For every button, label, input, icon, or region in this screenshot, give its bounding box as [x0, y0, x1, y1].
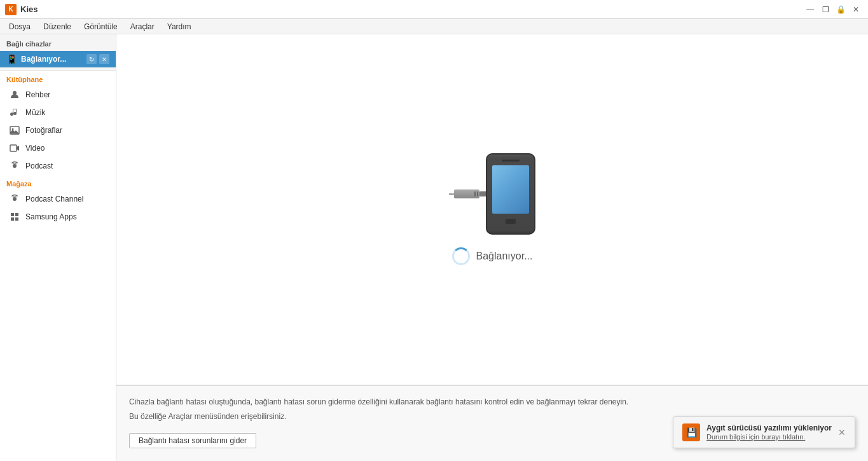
- title-bar: K Kies — ❐ 🔒 ✕: [0, 0, 868, 19]
- content-main: Bağlanıyor...: [116, 34, 868, 385]
- loading-spinner: [452, 247, 470, 265]
- device-close-button[interactable]: ✕: [99, 54, 109, 64]
- menu-araclar[interactable]: Araçlar: [124, 21, 161, 32]
- restore-button[interactable]: ❐: [818, 3, 832, 17]
- sidebar-item-video[interactable]: Video: [0, 139, 116, 157]
- contact-icon: [9, 89, 20, 100]
- toast-close-button[interactable]: ✕: [838, 427, 846, 437]
- podcast-icon: [9, 160, 20, 172]
- store-section-title: Mağaza: [0, 175, 116, 190]
- fotograflar-label: Fotoğraflar: [25, 126, 62, 135]
- sidebar-item-samsung-apps[interactable]: Samsung Apps: [0, 208, 116, 226]
- svg-point-5: [13, 197, 17, 201]
- usb-connector: [449, 189, 487, 198]
- sidebar-item-fotograflar[interactable]: Fotoğraflar: [0, 121, 116, 139]
- muzik-label: Müzik: [25, 108, 45, 117]
- toast-notification[interactable]: 💾 Aygıt sürücüsü yazılımı yükleniyor Dur…: [673, 416, 855, 448]
- music-icon: [9, 107, 20, 118]
- menu-duzenle[interactable]: Düzenle: [37, 21, 78, 32]
- close-button[interactable]: ✕: [849, 3, 863, 17]
- connecting-text: Bağlanıyor...: [476, 251, 533, 262]
- video-label: Video: [25, 144, 45, 153]
- svg-rect-3: [10, 145, 17, 151]
- photo-icon: [9, 125, 20, 136]
- connecting-status: Bağlanıyor...: [452, 247, 533, 265]
- main-layout: Bağlı cihazlar 📱 Bağlanıyor... ↻ ✕ Kütüp…: [0, 34, 868, 461]
- rehber-label: Rehber: [25, 90, 50, 99]
- toast-text: Aygıt sürücüsü yazılımı yükleniyor Durum…: [706, 423, 832, 441]
- window-controls: — ❐ 🔒 ✕: [803, 3, 863, 17]
- connected-devices-section: Bağlı cihazlar 📱 Bağlanıyor... ↻ ✕: [0, 34, 116, 71]
- apps-icon: [9, 211, 20, 223]
- video-icon: [9, 142, 20, 154]
- menu-yardim[interactable]: Yardım: [161, 21, 198, 32]
- sidebar: Bağlı cihazlar 📱 Bağlanıyor... ↻ ✕ Kütüp…: [0, 34, 116, 461]
- menu-bar: Dosya Düzenle Görüntüle Araçlar Yardım: [0, 19, 868, 34]
- info-line1: Cihazla bağlantı hatası oluştuğunda, bağ…: [129, 396, 855, 408]
- sidebar-item-podcast-channel[interactable]: Podcast Channel: [0, 190, 116, 208]
- lock-button[interactable]: 🔒: [834, 3, 848, 17]
- connecting-visual: [449, 153, 535, 235]
- sidebar-item-podcast[interactable]: Podcast: [0, 157, 116, 175]
- sidebar-item-muzik[interactable]: Müzik: [0, 104, 116, 121]
- device-item[interactable]: 📱 Bağlanıyor... ↻ ✕: [0, 51, 116, 67]
- fix-connection-button[interactable]: Bağlantı hatası sorunlarını gider: [129, 433, 256, 448]
- toast-subtitle[interactable]: Durum bilgisi için burayı tıklatın.: [706, 433, 805, 441]
- toast-icon: 💾: [682, 423, 700, 441]
- phone-icon: 📱: [6, 54, 17, 64]
- svg-point-4: [13, 164, 17, 168]
- podcast-label: Podcast: [25, 162, 53, 170]
- menu-goruntule[interactable]: Görüntüle: [78, 21, 124, 32]
- sidebar-item-rehber[interactable]: Rehber: [0, 86, 116, 104]
- connected-section-title: Bağlı cihazlar: [0, 37, 116, 51]
- title-bar-left: K Kies: [5, 4, 38, 15]
- podcast-channel-label: Podcast Channel: [25, 195, 83, 203]
- app-title: Kies: [20, 4, 38, 14]
- app-logo: K: [5, 4, 17, 15]
- toast-title: Aygıt sürücüsü yazılımı yükleniyor: [706, 423, 832, 432]
- device-label: Bağlanıyor...: [21, 55, 83, 64]
- samsung-apps-label: Samsung Apps: [25, 212, 77, 221]
- device-actions: ↻ ✕: [86, 54, 109, 64]
- device-refresh-button[interactable]: ↻: [86, 54, 97, 64]
- podcast-channel-icon: [9, 193, 20, 205]
- menu-dosya[interactable]: Dosya: [3, 21, 37, 32]
- content-area: Bağlanıyor... Cihazla bağlantı hatası ol…: [116, 34, 868, 461]
- phone-image: [486, 153, 535, 235]
- library-section-title: Kütüphane: [0, 71, 116, 86]
- minimize-button[interactable]: —: [803, 3, 817, 17]
